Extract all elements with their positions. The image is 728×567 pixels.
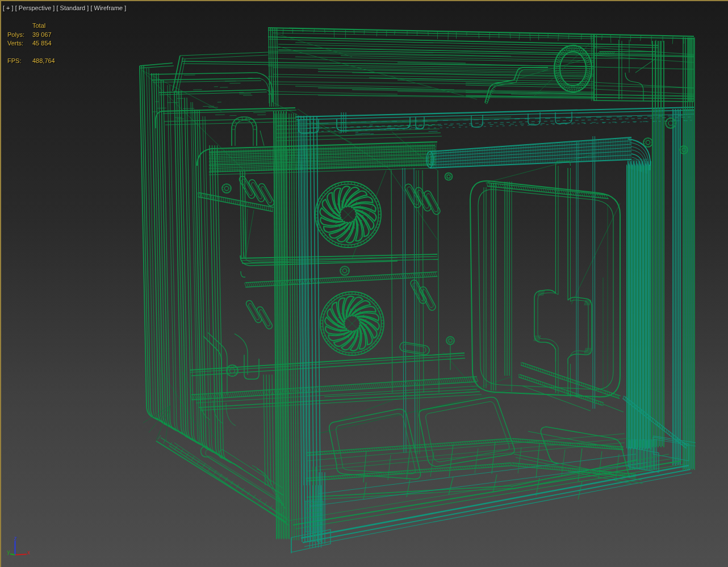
svg-text:y: y <box>7 549 10 555</box>
svg-text:x: x <box>27 549 30 556</box>
svg-text:z: z <box>14 535 17 541</box>
